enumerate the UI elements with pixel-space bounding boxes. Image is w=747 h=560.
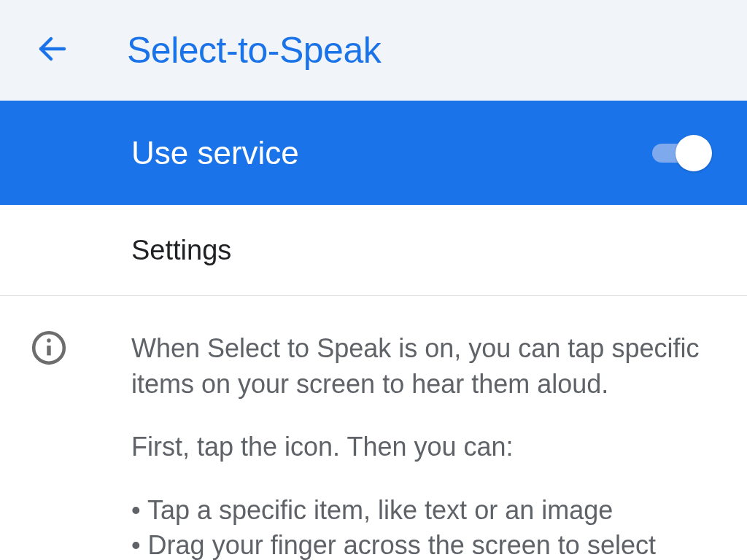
use-service-row[interactable]: Use service <box>0 101 747 205</box>
info-bullets: • Tap a specific item, like text or an i… <box>131 493 719 560</box>
back-button[interactable] <box>35 31 70 69</box>
info-bullet-2: • Drag your finger across the screen to … <box>131 530 656 560</box>
arrow-left-icon <box>35 31 70 69</box>
info-paragraph-2: First, tap the icon. Then you can: <box>131 429 719 465</box>
toggle-thumb <box>676 135 712 171</box>
app-header: Select-to-Speak <box>0 0 747 101</box>
svg-point-3 <box>47 338 50 342</box>
info-icon <box>31 330 67 560</box>
settings-label: Settings <box>131 235 231 266</box>
use-service-label: Use service <box>131 135 299 171</box>
page-title: Select-to-Speak <box>127 29 381 71</box>
info-text: When Select to Speak is on, you can tap … <box>131 331 719 560</box>
use-service-toggle[interactable] <box>649 135 712 171</box>
info-paragraph-1: When Select to Speak is on, you can tap … <box>131 331 719 402</box>
info-bullet-1: • Tap a specific item, like text or an i… <box>131 495 613 525</box>
info-section: When Select to Speak is on, you can tap … <box>0 296 747 560</box>
settings-row[interactable]: Settings <box>0 205 747 296</box>
